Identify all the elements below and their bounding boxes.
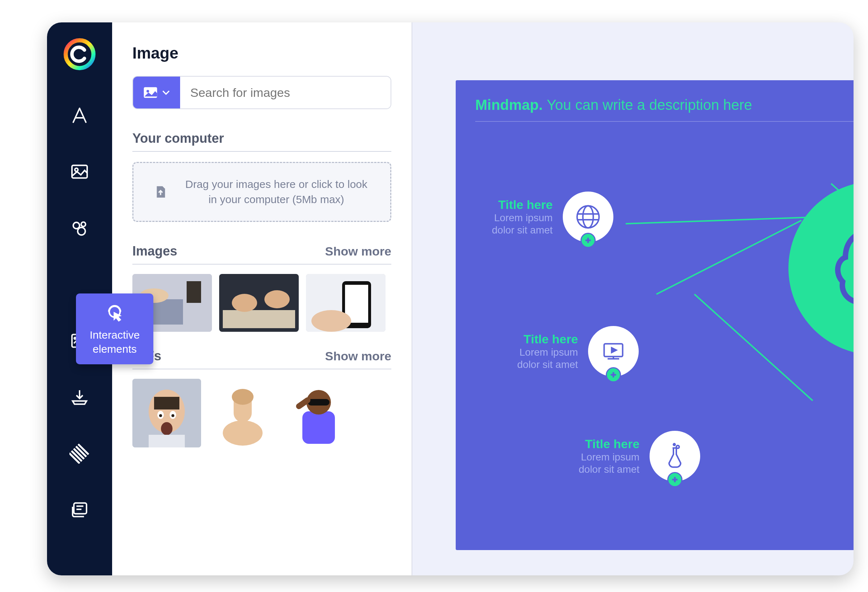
- search-type-dropdown[interactable]: [133, 77, 180, 108]
- svg-point-0: [66, 40, 94, 68]
- connector-line: [694, 294, 813, 401]
- svg-rect-21: [187, 281, 201, 303]
- image-thumb[interactable]: [306, 274, 385, 332]
- node-icon-circle[interactable]: [650, 431, 700, 482]
- node-title: Title here: [517, 332, 578, 346]
- svg-rect-13: [74, 503, 86, 514]
- sidebar-text-icon[interactable]: [67, 103, 92, 128]
- mindmap-node[interactable]: Title here Lorem ipsumdolor sit amet: [579, 431, 700, 482]
- svg-point-47: [577, 206, 599, 228]
- node-text[interactable]: Title here Lorem ipsumdolor sit amet: [517, 332, 578, 370]
- images-row: [132, 274, 391, 332]
- globe-icon: [574, 202, 602, 231]
- canvas[interactable]: Mindmap. You can write a description her…: [456, 80, 853, 550]
- brain-node[interactable]: [788, 181, 853, 355]
- panel-title: Image: [132, 44, 391, 62]
- section-images: Images Show more: [132, 244, 391, 265]
- svg-point-2: [75, 168, 78, 171]
- sidebar-image-icon[interactable]: [67, 159, 92, 184]
- svg-rect-1: [72, 165, 87, 178]
- svg-point-37: [171, 414, 174, 417]
- tooltip-line1: Interactive: [90, 329, 140, 341]
- image-panel: Image Your computer Drag your images her…: [112, 22, 412, 575]
- canvas-title[interactable]: Mindmap.: [475, 97, 543, 113]
- video-icon: [599, 337, 628, 366]
- sidebar-resources-icon[interactable]: [67, 215, 92, 241]
- svg-point-48: [583, 206, 593, 228]
- svg-point-25: [232, 294, 257, 312]
- connector-line: [626, 216, 830, 224]
- gifs-row: [132, 379, 391, 448]
- gif-thumb[interactable]: [284, 379, 353, 448]
- dropzone-text: Drag your images here or click to look i…: [180, 177, 372, 207]
- node-text[interactable]: Title here Lorem ipsumdolor sit amet: [579, 437, 639, 475]
- svg-point-30: [311, 310, 351, 332]
- image-thumb[interactable]: [219, 274, 299, 332]
- svg-point-4: [81, 222, 86, 226]
- svg-point-50: [676, 445, 679, 448]
- sidebar-pages-icon[interactable]: [67, 497, 92, 523]
- add-icon[interactable]: [667, 472, 682, 487]
- svg-point-40: [223, 420, 263, 446]
- chevron-down-icon: [161, 88, 171, 97]
- svg-rect-33: [154, 397, 179, 409]
- flask-icon: [660, 442, 689, 471]
- svg-point-38: [161, 422, 173, 435]
- section-gifs: GIFs Show more: [132, 348, 391, 370]
- svg-point-36: [159, 414, 162, 417]
- node-sub: Lorem ipsumdolor sit amet: [579, 451, 639, 475]
- node-title: Title here: [579, 437, 639, 451]
- show-more-gifs[interactable]: Show more: [325, 349, 391, 363]
- canvas-header: Mindmap. You can write a description her…: [475, 97, 853, 122]
- section-label: Images: [132, 244, 177, 259]
- svg-rect-43: [303, 411, 335, 444]
- canvas-description[interactable]: You can write a description here: [547, 97, 752, 113]
- search-input[interactable]: [180, 77, 391, 108]
- node-sub: Lorem ipsumdolor sit amet: [492, 212, 553, 236]
- show-more-images[interactable]: Show more: [325, 244, 391, 258]
- sidebar-tooltip-interactive[interactable]: Interactive elements: [76, 293, 154, 364]
- mindmap-node[interactable]: Title here Lorem ipsumdolor sit amet: [517, 326, 639, 377]
- search-row: [132, 76, 391, 109]
- svg-point-5: [78, 227, 86, 235]
- connector-line: [656, 220, 802, 295]
- gif-thumb[interactable]: [208, 379, 277, 448]
- app-frame: Interactive elements Image Your computer…: [47, 22, 853, 575]
- node-sub: Lorem ipsumdolor sit amet: [517, 346, 578, 370]
- add-icon[interactable]: [606, 367, 621, 382]
- section-your-computer: Your computer: [132, 131, 391, 152]
- section-label: Your computer: [132, 131, 224, 146]
- brand-logo[interactable]: [62, 37, 97, 72]
- svg-rect-24: [223, 310, 295, 328]
- node-icon-circle[interactable]: [588, 326, 639, 377]
- mindmap-node[interactable]: Title here Lorem ipsumdolor sit amet: [492, 191, 613, 242]
- sidebar-insert-icon[interactable]: [67, 384, 92, 410]
- svg-rect-45: [308, 399, 329, 405]
- gif-thumb[interactable]: [132, 379, 201, 448]
- node-text[interactable]: Title here Lorem ipsumdolor sit amet: [492, 198, 553, 236]
- svg-point-18: [146, 90, 149, 93]
- upload-dropzone[interactable]: Drag your images here or click to look i…: [132, 162, 391, 222]
- image-icon: [143, 85, 158, 100]
- add-icon[interactable]: [580, 233, 596, 248]
- svg-point-26: [264, 290, 290, 308]
- node-icon-circle[interactable]: [563, 191, 613, 242]
- sidebar-background-icon[interactable]: [67, 441, 92, 466]
- upload-icon: [152, 183, 170, 201]
- svg-rect-39: [149, 435, 185, 448]
- svg-point-42: [232, 389, 254, 405]
- tooltip-line2: elements: [93, 343, 137, 355]
- node-title: Title here: [492, 198, 553, 212]
- svg-point-51: [673, 444, 675, 446]
